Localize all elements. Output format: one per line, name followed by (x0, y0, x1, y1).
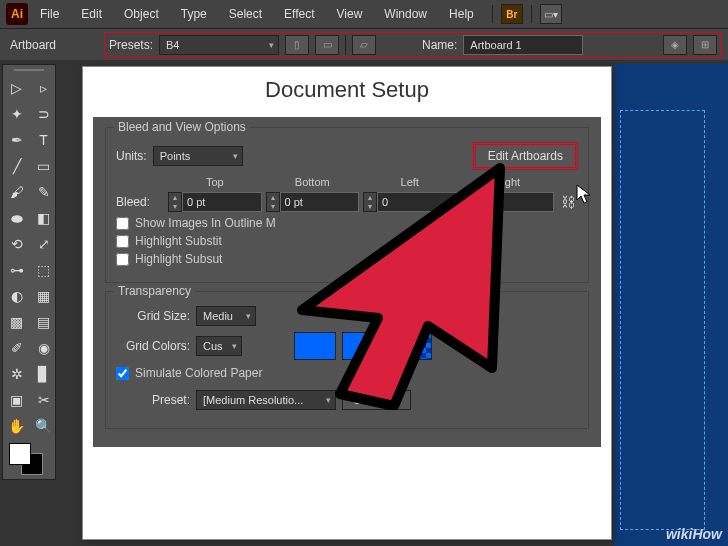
menu-select[interactable]: Select (219, 3, 272, 25)
grid-color-swatch-2[interactable] (342, 332, 384, 360)
highlight-substituted-glyphs-label: Highlight Subsut (135, 252, 222, 266)
menu-file[interactable]: File (30, 3, 69, 25)
free-transform-tool-icon[interactable]: ⬚ (30, 257, 57, 283)
show-images-outline-checkbox[interactable] (116, 217, 129, 230)
transparency-group-title: Transparency (114, 284, 195, 298)
mesh-tool-icon[interactable]: ▩ (3, 309, 30, 335)
transparency-preview (390, 332, 432, 360)
transparency-group: Transparency Grid Size: Mediu Grid Color… (105, 291, 589, 429)
artboard-tool-icon[interactable]: ▣ (3, 387, 30, 413)
bleed-bottom-input[interactable]: ▴▾0 pt (266, 192, 360, 212)
presets-label: Presets: (109, 38, 153, 52)
grid-size-label: Grid Size: (116, 309, 190, 323)
separator (531, 5, 532, 23)
menu-window[interactable]: Window (374, 3, 437, 25)
flattener-preset-label: Preset: (116, 393, 190, 407)
highlight-substituted-fonts-checkbox[interactable] (116, 235, 129, 248)
direct-selection-tool-icon[interactable]: ▹ (30, 75, 57, 101)
slice-tool-icon[interactable]: ✂ (30, 387, 57, 413)
col-top: Top (168, 176, 262, 188)
control-highlight: Presets: B4 ▯ ▭ ▱ Name: Artboard 1 ◈ ⊞ (104, 32, 722, 58)
new-artboard-icon[interactable]: ▱ (352, 35, 376, 55)
col-bottom: Bottom (266, 176, 360, 188)
landscape-icon[interactable]: ▭ (315, 35, 339, 55)
line-tool-icon[interactable]: ╱ (3, 153, 30, 179)
bleed-view-group: Bleed and View Options Units: Points Edi… (105, 127, 589, 283)
document-setup-dialog: Document Setup Bleed and View Options Un… (82, 66, 612, 540)
tools-panel: ▷ ▹ ✦ ⊃ ✒ T ╱ ▭ 🖌 ✎ ⬬ ◧ ⟲ ⤢ ⊶ ⬚ ◐ ▦ ▩ ▤ … (2, 64, 56, 480)
type-tool-icon[interactable]: T (30, 127, 57, 153)
simulate-colored-paper-label: Simulate Colored Paper (135, 366, 262, 380)
edit-artboards-button[interactable]: Edit Artboards (475, 144, 576, 168)
grid-colors-dropdown[interactable]: Cus (196, 336, 242, 356)
menu-object[interactable]: Object (114, 3, 169, 25)
custom-button[interactable]: Custom... (342, 390, 411, 410)
pen-tool-icon[interactable]: ✒ (3, 127, 30, 153)
width-tool-icon[interactable]: ⊶ (3, 257, 30, 283)
edit-artboards-highlight: Edit Artboards (473, 142, 578, 170)
units-dropdown[interactable]: Points (153, 146, 243, 166)
app-logo-icon: Ai (6, 3, 28, 25)
watermark: wikiHow (666, 526, 722, 542)
bleed-right-input[interactable]: ▴▾0 pt (461, 192, 555, 212)
rectangle-tool-icon[interactable]: ▭ (30, 153, 57, 179)
eyedropper-tool-icon[interactable]: ✐ (3, 335, 30, 361)
eraser-tool-icon[interactable]: ◧ (30, 205, 57, 231)
perspective-grid-tool-icon[interactable]: ▦ (30, 283, 57, 309)
menu-type[interactable]: Type (171, 3, 217, 25)
selection-tool-icon[interactable]: ▷ (3, 75, 30, 101)
dialog-title: Document Setup (83, 67, 611, 117)
blend-tool-icon[interactable]: ◉ (30, 335, 57, 361)
brush-tool-icon[interactable]: 🖌 (3, 179, 30, 205)
presets-dropdown[interactable]: B4 (159, 35, 279, 55)
col-left: Left (363, 176, 457, 188)
gradient-tool-icon[interactable]: ▤ (30, 309, 57, 335)
graph-tool-icon[interactable]: ▊ (30, 361, 57, 387)
pencil-tool-icon[interactable]: ✎ (30, 179, 57, 205)
fill-swatch[interactable] (9, 443, 31, 465)
flattener-preset-dropdown[interactable]: [Medium Resolutio... (196, 390, 336, 410)
simulate-colored-paper-checkbox[interactable] (116, 367, 129, 380)
color-swatches[interactable] (3, 439, 55, 479)
bleed-top-input[interactable]: ▴▾0 pt (168, 192, 262, 212)
artboard-options-icon[interactable]: ◈ (663, 35, 687, 55)
panel-grip[interactable] (3, 65, 55, 75)
blob-brush-tool-icon[interactable]: ⬬ (3, 205, 30, 231)
lasso-tool-icon[interactable]: ⊃ (30, 101, 57, 127)
artboard-name-input[interactable]: Artboard 1 (463, 35, 583, 55)
units-label: Units: (116, 149, 147, 163)
name-label: Name: (422, 38, 457, 52)
control-artboard-label: Artboard (6, 38, 96, 52)
layout-icon[interactable]: ▭▾ (540, 4, 562, 24)
grid-colors-label: Grid Colors: (116, 339, 190, 353)
add-icon[interactable]: ⊞ (693, 35, 717, 55)
symbol-sprayer-tool-icon[interactable]: ✲ (3, 361, 30, 387)
link-icon[interactable]: ⛓ (558, 194, 578, 210)
scale-tool-icon[interactable]: ⤢ (30, 231, 57, 257)
bleed-left-input[interactable]: ▴▾0 (363, 192, 457, 212)
magic-wand-tool-icon[interactable]: ✦ (3, 101, 30, 127)
highlight-substituted-fonts-label: Highlight Substit (135, 234, 222, 248)
menu-effect[interactable]: Effect (274, 3, 324, 25)
bleed-label: Bleed: (116, 195, 164, 209)
hand-tool-icon[interactable]: ✋ (3, 413, 30, 439)
menu-view[interactable]: View (327, 3, 373, 25)
bridge-icon[interactable]: Br (501, 4, 523, 24)
menu-edit[interactable]: Edit (71, 3, 112, 25)
grid-color-swatch-1[interactable] (294, 332, 336, 360)
grid-size-dropdown[interactable]: Mediu (196, 306, 256, 326)
menu-bar: Ai File Edit Object Type Select Effect V… (0, 0, 728, 28)
separator (492, 5, 493, 23)
menu-help[interactable]: Help (439, 3, 484, 25)
artboard-outline[interactable] (620, 110, 705, 530)
rotate-tool-icon[interactable]: ⟲ (3, 231, 30, 257)
highlight-substituted-glyphs-checkbox[interactable] (116, 253, 129, 266)
zoom-tool-icon[interactable]: 🔍 (30, 413, 57, 439)
show-images-outline-label: Show Images In Outline M (135, 216, 276, 230)
shape-builder-tool-icon[interactable]: ◐ (3, 283, 30, 309)
bleed-group-title: Bleed and View Options (114, 120, 250, 134)
divider-icon (345, 35, 346, 55)
portrait-icon[interactable]: ▯ (285, 35, 309, 55)
control-bar: Artboard Presets: B4 ▯ ▭ ▱ Name: Artboar… (0, 28, 728, 60)
col-right: Right (461, 176, 555, 188)
